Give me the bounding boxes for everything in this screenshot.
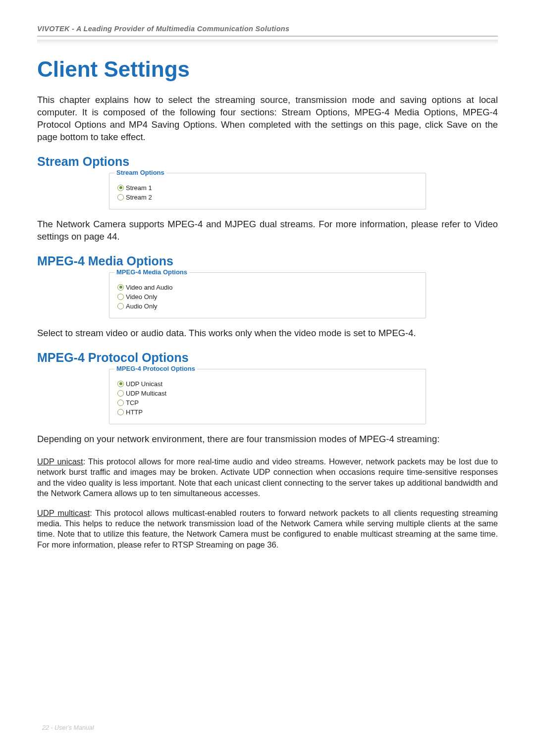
media-option-row: Audio Only [117, 302, 418, 311]
udp-unicast-body: : This protocol allows for more real-tim… [37, 457, 498, 498]
stream-option-row: Stream 1 [117, 183, 418, 193]
stream-desc: The Network Camera supports MPEG-4 and M… [37, 218, 498, 243]
media-option-row: Video and Audio [117, 283, 418, 292]
radio-audio-only-label: Audio Only [126, 302, 158, 310]
udp-unicast-paragraph: UDP unicast: This protocol allows for mo… [37, 456, 498, 499]
media-desc: Select to stream video or audio data. Th… [37, 327, 498, 340]
radio-video-only-label: Video Only [126, 293, 157, 301]
media-options-heading: MPEG-4 Media Options [37, 254, 498, 268]
radio-stream1[interactable] [117, 185, 124, 191]
radio-tcp[interactable] [117, 400, 124, 406]
stream-options-panel: Stream Options Stream 1 Stream 2 [109, 173, 426, 209]
protocol-option-row: TCP [117, 398, 418, 407]
radio-udp-multicast-label: UDP Multicast [126, 390, 166, 397]
radio-http[interactable] [117, 409, 124, 415]
stream-option-row: Stream 2 [117, 193, 418, 202]
media-options-panel: MPEG-4 Media Options Video and Audio Vid… [109, 272, 426, 318]
radio-video-only[interactable] [117, 294, 124, 300]
radio-udp-multicast[interactable] [117, 390, 124, 397]
protocol-options-heading: MPEG-4 Protocol Options [37, 351, 498, 365]
stream-options-heading: Stream Options [37, 154, 498, 169]
page-footer: 22 - User's Manual [42, 724, 94, 731]
protocol-option-row: HTTP [117, 407, 418, 417]
header-shadow [37, 40, 498, 45]
radio-tcp-label: TCP [126, 399, 139, 406]
stream-options-legend: Stream Options [114, 169, 166, 176]
page-content: Client Settings This chapter explains ho… [37, 57, 498, 559]
brand-line: VIVOTEK - A Leading Provider of Multimed… [37, 25, 498, 33]
radio-audio-only[interactable] [117, 303, 124, 309]
protocol-option-row: UDP Unicast [117, 379, 418, 389]
protocol-desc-lead: Depending on your network environment, t… [37, 433, 498, 446]
protocol-option-row: UDP Multicast [117, 389, 418, 398]
udp-unicast-term: UDP unicast [37, 457, 83, 466]
media-option-row: Video Only [117, 292, 418, 302]
protocol-options-panel: MPEG-4 Protocol Options UDP Unicast UDP … [109, 369, 426, 424]
page-header: VIVOTEK - A Leading Provider of Multimed… [37, 25, 498, 37]
page-title: Client Settings [37, 57, 498, 82]
intro-paragraph: This chapter explains how to select the … [37, 94, 498, 144]
udp-multicast-term: UDP multicast [37, 508, 90, 517]
radio-video-audio-label: Video and Audio [126, 284, 172, 291]
udp-multicast-body: : This protocol allows multicast-enabled… [37, 508, 498, 549]
radio-video-audio[interactable] [117, 284, 124, 291]
radio-stream1-label: Stream 1 [126, 184, 152, 192]
radio-udp-unicast-label: UDP Unicast [126, 380, 162, 388]
radio-stream2-label: Stream 2 [126, 194, 152, 201]
radio-http-label: HTTP [126, 408, 143, 416]
media-options-legend: MPEG-4 Media Options [114, 268, 189, 276]
radio-stream2[interactable] [117, 194, 124, 201]
udp-multicast-paragraph: UDP multicast: This protocol allows mult… [37, 508, 498, 551]
radio-udp-unicast[interactable] [117, 381, 124, 387]
protocol-options-legend: MPEG-4 Protocol Options [114, 365, 197, 372]
